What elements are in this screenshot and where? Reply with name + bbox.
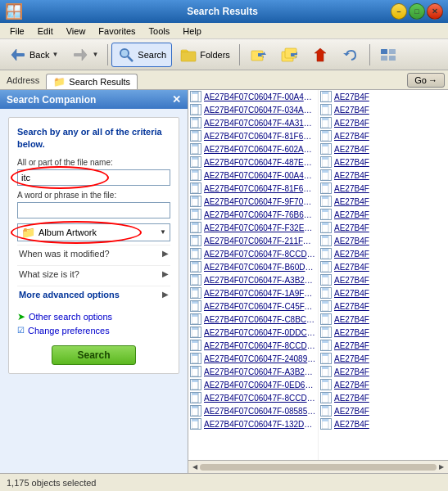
undo-button[interactable] — [337, 43, 366, 67]
panel-close-button[interactable]: ✕ — [172, 93, 181, 106]
file-name-text-col2[interactable]: AE27B4F — [334, 197, 369, 206]
file-name-text-col2[interactable]: AE27B4F — [334, 367, 369, 376]
folders-button[interactable]: Folders — [174, 43, 236, 67]
file-name-text[interactable]: AE27B4F07C06047F-0ED66F8E2D47C450.itc — [204, 381, 316, 390]
file-list-item[interactable]: AE27B4F07C06047F-0ED66F8E2D47C450.itc — [188, 378, 318, 391]
file-name-text[interactable]: AE27B4F07C06047F-4A31BD4E492FD100.itc — [204, 119, 316, 128]
file-name-text-col2[interactable]: AE27B4F — [334, 420, 369, 429]
filename-input[interactable] — [17, 169, 170, 186]
change-preferences-link[interactable]: ☑ Change preferences — [17, 324, 170, 337]
scroll-right-button[interactable]: ▶ — [437, 463, 446, 471]
file-list-item-col2[interactable]: AE27B4F — [319, 378, 448, 391]
scroll-left-button[interactable]: ◀ — [190, 463, 200, 471]
file-list-item[interactable]: AE27B4F07C06047F-76B6EA2110866C10.itc — [188, 208, 318, 221]
file-name-text-col2[interactable]: AE27B4F — [334, 132, 369, 141]
when-modified-section[interactable]: When was it modified? ▶ — [17, 245, 170, 262]
file-list-item-col2[interactable]: AE27B4F — [319, 155, 448, 169]
file-list-item-col2[interactable]: AE27B4F — [319, 326, 448, 339]
file-list-item-col2[interactable]: AE27B4F — [319, 208, 448, 221]
menu-file[interactable]: File — [3, 25, 31, 38]
file-list-item-col2[interactable]: AE27B4F — [319, 313, 448, 326]
file-list-item[interactable]: AE27B4F07C06047F-8CCDE8D23E80C160.itc — [188, 391, 318, 404]
file-list-item-col2[interactable]: AE27B4F — [319, 234, 448, 247]
file-name-text-col2[interactable]: AE27B4F — [334, 328, 369, 337]
search-button[interactable]: Search — [111, 43, 172, 67]
file-name-text[interactable]: AE27B4F07C06047F-A3B26C3106CA5350.itc — [204, 367, 316, 376]
file-list-item[interactable]: AE27B4F07C06047F-211FAD50F69F7830.itc — [188, 234, 318, 247]
file-name-text[interactable]: AE27B4F07C06047F-8CCDE8D23E80C250.itc — [204, 341, 316, 350]
horizontal-scrollbar[interactable]: ◀ ▶ — [188, 460, 448, 473]
file-name-text[interactable]: AE27B4F07C06047F-085855986FD22560.itc — [204, 407, 316, 416]
file-list-item[interactable]: AE27B4F07C06047F-132D2899D3939560.itc — [188, 417, 318, 430]
file-list-item[interactable]: AE27B4F07C06047F-034A6D318155B4100.itc — [188, 103, 318, 116]
file-list-item[interactable]: AE27B4F07C06047F-B60D40080F1D2240.itc — [188, 260, 318, 273]
file-name-text[interactable]: AE27B4F07C06047F-211FAD50F69F7830.itc — [204, 236, 316, 246]
file-list-item-col2[interactable]: AE27B4F — [319, 339, 448, 352]
file-list-item-col2[interactable]: AE27B4F — [319, 273, 448, 286]
menu-favorites[interactable]: Favorites — [92, 25, 142, 38]
file-name-text-col2[interactable]: AE27B4F — [334, 210, 369, 219]
file-name-text[interactable]: AE27B4F07C06047F-8CCDE8D23E80C30.itc — [204, 250, 316, 259]
file-name-text-col2[interactable]: AE27B4F — [334, 92, 369, 101]
file-name-text-col2[interactable]: AE27B4F — [334, 289, 369, 298]
file-name-text[interactable]: AE27B4F07C06047F-8CCDE8D23E80C160.itc — [204, 394, 316, 403]
size-section[interactable]: What size is it? ▶ — [17, 265, 170, 282]
file-name-text[interactable]: AE27B4F07C06047F-C8BCE0FAF39EAF40.itc — [204, 315, 316, 324]
file-name-text[interactable]: AE27B4F07C06047F-76B6EA2110866C10.itc — [204, 210, 316, 219]
file-list-item[interactable]: AE27B4F07C06047F-00A468C3C39B7100.itc — [188, 90, 318, 103]
file-name-text-col2[interactable]: AE27B4F — [334, 106, 369, 115]
file-name-text-col2[interactable]: AE27B4F — [334, 184, 369, 193]
file-list-item[interactable]: AE27B4F07C06047F-1A9F2C1D6CAE9640.itc — [188, 286, 318, 300]
other-search-options-link[interactable]: ➤ Other search options — [17, 309, 170, 324]
minimize-button[interactable]: – — [391, 3, 407, 20]
file-name-text[interactable]: AE27B4F07C06047F-81F6E4564B707510.itc — [204, 132, 316, 141]
file-name-text-col2[interactable]: AE27B4F — [334, 394, 369, 403]
file-list-item-col2[interactable]: AE27B4F — [319, 300, 448, 313]
file-name-text-col2[interactable]: AE27B4F — [334, 223, 369, 232]
file-list-item[interactable]: AE27B4F07C06047F-81F6E4564B707510.itc — [188, 182, 318, 195]
phrase-input[interactable] — [17, 202, 170, 218]
file-list-item-col2[interactable]: AE27B4F — [319, 352, 448, 365]
file-name-text-col2[interactable]: AE27B4F — [334, 354, 369, 363]
file-list-item[interactable]: AE27B4F07C06047F-602A8A5D38CCA600.itc — [188, 142, 318, 155]
file-name-text-col2[interactable]: AE27B4F — [334, 119, 369, 128]
file-list-item-col2[interactable]: AE27B4F — [319, 129, 448, 142]
file-list-item-col2[interactable]: AE27B4F — [319, 195, 448, 208]
copy-to-button[interactable] — [274, 43, 304, 67]
address-tab[interactable]: 📁 Search Results — [46, 74, 138, 89]
file-name-text[interactable]: AE27B4F07C06047F-034A6D318155B4100.itc — [204, 106, 316, 115]
file-name-text-col2[interactable]: AE27B4F — [334, 381, 369, 390]
file-name-text-col2[interactable]: AE27B4F — [334, 158, 369, 167]
file-list-item-col2[interactable]: AE27B4F — [319, 391, 448, 404]
file-name-text-col2[interactable]: AE27B4F — [334, 171, 369, 180]
file-name-text[interactable]: AE27B4F07C06047F-132D2899D3939560.itc — [204, 420, 316, 429]
file-list-item-col2[interactable]: AE27B4F — [319, 417, 448, 430]
file-list-item[interactable]: AE27B4F07C06047F-81F6E4564B707510.itc — [188, 129, 318, 142]
file-list-item-col2[interactable]: AE27B4F — [319, 404, 448, 417]
file-name-text-col2[interactable]: AE27B4F — [334, 302, 369, 311]
file-name-text[interactable]: AE27B4F07C06047F-F32E41B5F046A730.itc — [204, 223, 316, 232]
file-list-item[interactable]: AE27B4F07C06047F-C45FAF315031AB40.itc — [188, 300, 318, 313]
view-toggle-button[interactable] — [373, 43, 403, 67]
file-list-item[interactable]: AE27B4F07C06047F-A3B26C3106CA5350.itc — [188, 365, 318, 378]
file-list-item[interactable]: AE27B4F07C06047F-00A468C3C39B7110.itc — [188, 169, 318, 182]
file-list-item-col2[interactable]: AE27B4F — [319, 182, 448, 195]
menu-edit[interactable]: Edit — [31, 25, 60, 38]
file-name-text[interactable]: AE27B4F07C06047F-9F70E0AE5BC7D810.itc — [204, 197, 316, 206]
file-list-item[interactable]: AE27B4F07C06047F-8CCDE8D23E80C250.itc — [188, 339, 318, 352]
file-list-item-col2[interactable]: AE27B4F — [319, 103, 448, 116]
forward-button[interactable]: ▼ — [66, 43, 104, 67]
file-name-text[interactable]: AE27B4F07C06047F-A3B26C3106CA5340.itc — [204, 276, 316, 285]
file-list-item[interactable]: AE27B4F07C06047F-9F70E0AE5BC7D810.itc — [188, 195, 318, 208]
maximize-button[interactable]: □ — [409, 3, 425, 20]
file-name-text-col2[interactable]: AE27B4F — [334, 145, 369, 154]
file-list-item-col2[interactable]: AE27B4F — [319, 247, 448, 260]
file-name-text[interactable]: AE27B4F07C06047F-0DDCA65A3D594050.itc — [204, 328, 316, 337]
menu-help[interactable]: Help — [176, 25, 208, 38]
close-button[interactable]: ✕ — [427, 3, 443, 20]
file-list-item[interactable]: AE27B4F07C06047F-F32E41B5F046A730.itc — [188, 221, 318, 234]
file-name-text[interactable]: AE27B4F07C06047F-602A8A5D38CCA600.itc — [204, 145, 316, 154]
search-action-button[interactable]: Search — [52, 345, 135, 365]
file-name-text[interactable]: AE27B4F07C06047F-487E175EE75B2C00.itc — [204, 158, 316, 167]
file-list-item-col2[interactable]: AE27B4F — [319, 260, 448, 273]
